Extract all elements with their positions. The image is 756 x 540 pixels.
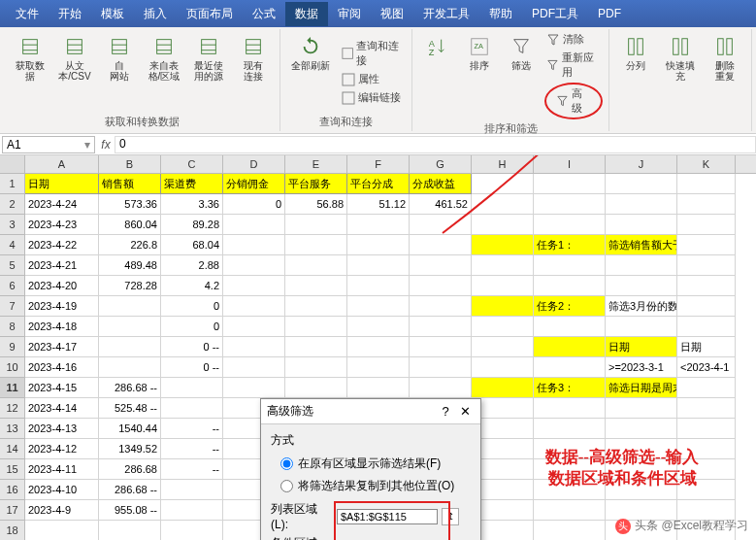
cell[interactable] xyxy=(472,276,534,296)
cell[interactable]: 286.68 -- xyxy=(99,378,161,398)
cell[interactable] xyxy=(410,255,472,276)
tab-帮助[interactable]: 帮助 xyxy=(479,2,522,26)
column-header[interactable]: H xyxy=(472,155,534,173)
cell[interactable]: 56.88 xyxy=(285,194,347,215)
cell[interactable] xyxy=(677,174,736,194)
tab-开发工具[interactable]: 开发工具 xyxy=(413,2,479,26)
cell[interactable] xyxy=(534,215,606,235)
cell[interactable] xyxy=(223,337,285,357)
row-header[interactable]: 4 xyxy=(0,235,25,255)
row-header[interactable]: 14 xyxy=(0,439,25,459)
row-header[interactable]: 1 xyxy=(0,174,25,194)
cell[interactable]: -- xyxy=(161,439,223,459)
cell[interactable] xyxy=(472,235,534,255)
row-header[interactable]: 12 xyxy=(0,398,25,419)
cell[interactable] xyxy=(285,235,347,255)
cell[interactable] xyxy=(161,398,223,419)
cell[interactable] xyxy=(677,215,736,235)
cell[interactable] xyxy=(347,378,410,398)
cell[interactable] xyxy=(606,419,677,439)
cell[interactable]: 2023-4-23 xyxy=(25,215,99,235)
cell[interactable]: 2023-4-17 xyxy=(25,337,99,357)
cell[interactable] xyxy=(285,337,347,357)
cell[interactable] xyxy=(677,317,736,337)
cell[interactable] xyxy=(677,378,736,398)
cell[interactable]: 4.2 xyxy=(161,276,223,296)
cell[interactable]: 68.04 xyxy=(161,235,223,255)
cell[interactable] xyxy=(606,317,677,337)
cell[interactable] xyxy=(347,276,410,296)
tab-模板[interactable]: 模板 xyxy=(91,2,134,26)
advanced-filter-button[interactable]: 高级 xyxy=(544,83,603,119)
cell[interactable]: 0 xyxy=(223,194,285,215)
cell[interactable] xyxy=(223,357,285,378)
cell[interactable] xyxy=(161,500,223,521)
mini-button[interactable]: 查询和连接 xyxy=(340,38,406,69)
row-header[interactable]: 5 xyxy=(0,255,25,276)
cell[interactable]: -- xyxy=(161,459,223,480)
ribbon-button[interactable]: 现有连接 xyxy=(233,31,274,113)
cell[interactable]: 955.08 -- xyxy=(99,500,161,521)
cell[interactable]: 筛选销售额大于500的所有数据 xyxy=(606,235,677,255)
cell[interactable] xyxy=(285,215,347,235)
cell[interactable] xyxy=(223,255,285,276)
tab-公式[interactable]: 公式 xyxy=(243,2,285,26)
name-box[interactable]: A1▾ xyxy=(2,136,95,153)
refresh-all-button[interactable]: 全部刷新 xyxy=(286,31,336,113)
row-header[interactable]: 17 xyxy=(0,500,25,521)
cell[interactable]: 1540.44 xyxy=(99,419,161,439)
cell[interactable] xyxy=(347,235,410,255)
cell[interactable] xyxy=(410,215,472,235)
cell[interactable] xyxy=(223,215,285,235)
cell[interactable]: 渠道费 xyxy=(161,174,223,194)
cell[interactable] xyxy=(606,215,677,235)
cell[interactable] xyxy=(534,500,606,521)
cell[interactable]: 2023-4-20 xyxy=(25,276,99,296)
column-header[interactable]: J xyxy=(606,155,677,173)
cell[interactable]: 2023-4-19 xyxy=(25,296,99,317)
cell[interactable] xyxy=(534,337,606,357)
cell[interactable] xyxy=(472,174,534,194)
cell[interactable]: >=2023-3-1 xyxy=(606,357,677,378)
row-header[interactable]: 2 xyxy=(0,194,25,215)
cell[interactable] xyxy=(472,317,534,337)
cell[interactable] xyxy=(410,357,472,378)
cell[interactable] xyxy=(223,276,285,296)
cell[interactable] xyxy=(606,398,677,419)
cell[interactable]: 525.48 -- xyxy=(99,398,161,419)
sort-asc-button[interactable]: AZ xyxy=(418,31,456,119)
cell[interactable] xyxy=(534,276,606,296)
column-header[interactable]: K xyxy=(677,155,736,173)
cell[interactable] xyxy=(161,480,223,500)
tab-文件[interactable]: 文件 xyxy=(6,2,49,26)
cell[interactable] xyxy=(472,378,534,398)
cell[interactable] xyxy=(410,296,472,317)
row-header[interactable]: 18 xyxy=(0,521,25,540)
select-all-corner[interactable] xyxy=(0,155,25,173)
cell[interactable]: 2023-4-12 xyxy=(25,439,99,459)
cell[interactable] xyxy=(347,317,410,337)
cell[interactable] xyxy=(285,276,347,296)
mini-button[interactable]: 属性 xyxy=(340,71,406,87)
cell[interactable] xyxy=(285,296,347,317)
cell[interactable]: 2023-4-16 xyxy=(25,357,99,378)
cell[interactable]: 日期 xyxy=(25,174,99,194)
cell[interactable]: 2023-4-24 xyxy=(25,194,99,215)
cell[interactable] xyxy=(347,296,410,317)
cell[interactable]: 筛选3月份的数据 xyxy=(606,296,677,317)
cell[interactable] xyxy=(223,235,285,255)
help-button[interactable]: ? xyxy=(436,404,455,419)
ribbon-button[interactable]: 最近使用的源 xyxy=(188,31,229,113)
cell[interactable] xyxy=(99,296,161,317)
tab-审阅[interactable]: 审阅 xyxy=(328,2,371,26)
cell[interactable] xyxy=(472,357,534,378)
close-button[interactable]: ✕ xyxy=(455,404,475,419)
mini-button[interactable]: 清除 xyxy=(544,31,603,48)
cell[interactable]: <2023-4-1 xyxy=(677,357,736,378)
tab-视图[interactable]: 视图 xyxy=(371,2,413,26)
cell[interactable] xyxy=(410,337,472,357)
cell[interactable]: 分销佣金 xyxy=(223,174,285,194)
ribbon-button[interactable]: 获取数据 xyxy=(10,31,50,113)
row-header[interactable]: 16 xyxy=(0,480,25,500)
row-header[interactable]: 13 xyxy=(0,419,25,439)
